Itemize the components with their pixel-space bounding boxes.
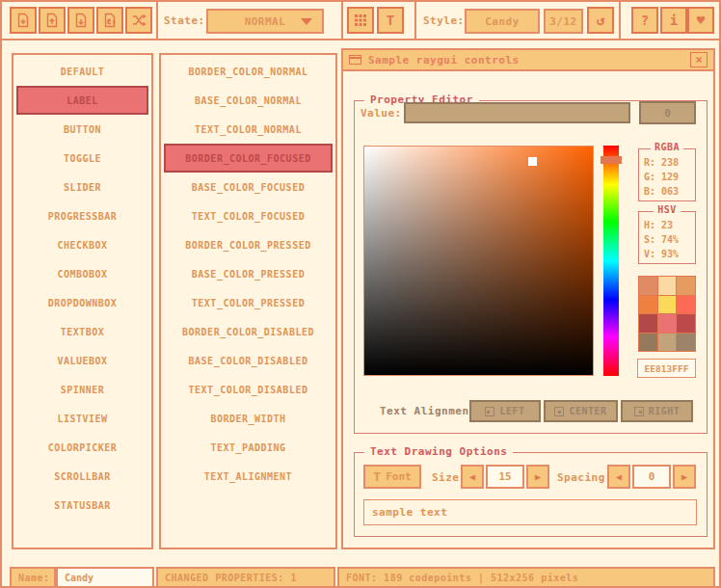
new-style-file-button[interactable] [10, 7, 37, 34]
control-item-toggle[interactable]: TOGGLE [13, 144, 151, 173]
control-item-statusbar[interactable]: STATUSBAR [13, 491, 151, 520]
controls-list: DEFAULTLABELBUTTONTOGGLESLIDERPROGRESSBA… [12, 53, 153, 549]
heart-icon: ♥ [697, 13, 705, 27]
help-button[interactable]: ? [631, 7, 658, 34]
style-reload-button[interactable]: ↺ [587, 7, 614, 34]
arrow-left-icon: ◀ [616, 471, 622, 482]
rgba-r-value: R: 238 [639, 155, 695, 170]
statusbar-font-info: FONT: 189 codepoints | 512x256 pixels [337, 567, 715, 588]
hue-bar-cursor[interactable] [601, 156, 622, 164]
font-test-button[interactable]: T [377, 7, 404, 34]
control-item-progressbar[interactable]: PROGRESSBAR [13, 201, 151, 230]
value-slider[interactable] [404, 102, 630, 123]
font-button[interactable]: T Font [363, 465, 421, 489]
align-center-icon [554, 407, 564, 416]
align-right-label: RIGHT [649, 406, 681, 416]
spacing-decrease-button[interactable]: ◀ [607, 465, 630, 489]
align-left-icon [485, 407, 494, 416]
property-item-text_color_focused[interactable]: TEXT_COLOR_FOCUSED [161, 201, 335, 230]
control-item-checkbox[interactable]: CHECKBOX [13, 230, 151, 259]
property-item-border_color_normal[interactable]: BORDER_COLOR_NORMAL [161, 57, 335, 86]
control-item-label[interactable]: LABEL [16, 86, 148, 115]
property-item-text_color_normal[interactable]: TEXT_COLOR_NORMAL [161, 115, 335, 144]
control-item-dropdownbox[interactable]: DROPDOWNBOX [13, 288, 151, 317]
palette-swatch[interactable] [639, 314, 657, 333]
hex-value-box[interactable]: EE813FFF [637, 359, 696, 378]
style-name-input[interactable]: Candy [56, 567, 154, 588]
style-table-button[interactable] [347, 7, 374, 34]
color-picker-area[interactable] [363, 146, 594, 376]
save-style-file-button[interactable] [67, 7, 94, 34]
size-increase-button[interactable]: ▶ [526, 465, 549, 489]
align-left-button[interactable]: LEFT [469, 400, 541, 422]
property-item-base_color_normal[interactable]: BASE_COLOR_NORMAL [161, 86, 335, 115]
control-item-scrollbar[interactable]: SCROLLBAR [13, 462, 151, 491]
property-item-text_color_disabled[interactable]: TEXT_COLOR_DISABLED [161, 375, 335, 404]
property-item-text_alignment[interactable]: TEXT_ALIGNMENT [161, 462, 335, 491]
info-button[interactable]: i [660, 7, 687, 34]
control-item-slider[interactable]: SLIDER [13, 173, 151, 201]
palette-swatch[interactable] [677, 277, 695, 295]
size-value-text: 15 [498, 470, 511, 483]
spacing-value-text: 0 [649, 470, 655, 483]
control-item-combobox[interactable]: COMBOBOX [13, 259, 151, 288]
property-item-text_color_pressed[interactable]: TEXT_COLOR_PRESSED [161, 288, 335, 317]
value-box[interactable]: 0 [639, 101, 696, 124]
load-style-file-button[interactable] [39, 7, 66, 34]
close-button[interactable]: × [690, 52, 708, 67]
state-dropdown[interactable]: NORMAL [206, 9, 324, 34]
sponsor-button[interactable]: ♥ [687, 7, 714, 34]
palette-swatch[interactable] [639, 334, 657, 352]
style-color-palette [638, 276, 696, 352]
palette-swatch[interactable] [658, 277, 677, 295]
hsv-h-value: H: 23 [639, 218, 695, 232]
property-item-border_color_focused[interactable]: BORDER_COLOR_FOCUSED [164, 144, 333, 173]
size-decrease-button[interactable]: ◀ [461, 465, 484, 489]
palette-swatch[interactable] [658, 296, 677, 314]
property-item-base_color_focused[interactable]: BASE_COLOR_FOCUSED [161, 173, 335, 201]
property-item-border_color_disabled[interactable]: BORDER_COLOR_DISABLED [161, 317, 335, 346]
rgba-group: RGBA R: 238 G: 129 B: 063 [638, 148, 696, 201]
hsv-v-value: V: 93% [639, 247, 695, 261]
align-center-button[interactable]: CENTER [544, 400, 618, 422]
font-button-label: Font [386, 470, 412, 483]
window-titlebar[interactable]: Sample raygui controls × [343, 50, 713, 71]
spacing-increase-button[interactable]: ▶ [673, 465, 696, 489]
help-icon: ? [641, 13, 649, 27]
color-picker-cursor[interactable] [528, 157, 537, 166]
random-style-button[interactable] [125, 7, 152, 34]
property-item-text_padding[interactable]: TEXT_PADDING [161, 433, 335, 462]
palette-swatch[interactable] [677, 334, 695, 352]
hue-bar[interactable] [603, 146, 619, 376]
property-item-border_width[interactable]: BORDER_WIDTH [161, 404, 335, 433]
property-item-base_color_disabled[interactable]: BASE_COLOR_DISABLED [161, 346, 335, 375]
style-label: Style: [423, 14, 465, 27]
style-properties-list: BORDER_COLOR_NORMALBASE_COLOR_NORMALTEXT… [159, 53, 337, 549]
control-item-valuebox[interactable]: VALUEBOX [13, 346, 151, 375]
control-item-listview[interactable]: LISTVIEW [13, 404, 151, 433]
palette-swatch[interactable] [677, 314, 695, 333]
control-item-textbox[interactable]: TEXTBOX [13, 317, 151, 346]
rgba-title: RGBA [651, 142, 683, 152]
property-item-base_color_pressed[interactable]: BASE_COLOR_PRESSED [161, 259, 335, 288]
control-item-button[interactable]: BUTTON [13, 115, 151, 144]
style-name-value: Candy [485, 15, 520, 28]
property-item-border_color_pressed[interactable]: BORDER_COLOR_PRESSED [161, 230, 335, 259]
size-value-box[interactable]: 15 [486, 465, 524, 489]
toolbar-divider [341, 2, 343, 39]
sample-textbox[interactable]: sample text [363, 499, 697, 525]
export-style-file-button[interactable] [96, 7, 123, 34]
chevron-down-icon [301, 18, 312, 25]
control-item-default[interactable]: DEFAULT [13, 57, 151, 86]
align-right-button[interactable]: RIGHT [621, 400, 693, 422]
palette-swatch[interactable] [658, 334, 677, 352]
palette-swatch[interactable] [677, 296, 695, 314]
palette-swatch[interactable] [658, 314, 677, 333]
control-item-colorpicker[interactable]: COLORPICKER [13, 433, 151, 462]
control-item-spinner[interactable]: SPINNER [13, 375, 151, 404]
spacing-value-box[interactable]: 0 [632, 465, 671, 489]
style-name-button[interactable]: Candy [465, 9, 540, 34]
spacing-label: Spacing: [557, 471, 612, 484]
palette-swatch[interactable] [639, 277, 657, 295]
palette-swatch[interactable] [639, 296, 657, 314]
